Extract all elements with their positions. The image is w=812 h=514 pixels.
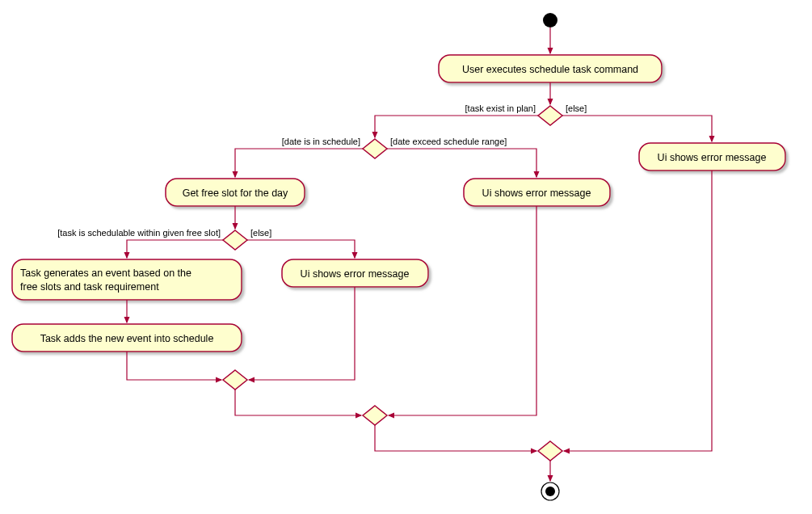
guard-else-2: [else]	[250, 228, 271, 238]
activity-execute-command-label: User executes schedule task command	[462, 64, 638, 75]
activity-generate-event	[12, 259, 242, 300]
merge-1	[223, 370, 247, 390]
decision-task-exist	[538, 106, 562, 125]
activity-error-2-label: Ui shows error message	[482, 187, 591, 199]
start-node	[543, 13, 557, 27]
activity-generate-event-label-l1: Task generates an event based on the	[20, 268, 191, 279]
activity-error-3-label: Ui shows error message	[658, 152, 767, 163]
guard-else-1: [else]	[566, 103, 587, 113]
merge-3	[538, 441, 562, 461]
decision-schedulable	[223, 230, 247, 250]
merge-2	[363, 406, 387, 425]
decision-date-in-schedule	[363, 139, 387, 158]
guard-date-exceed: [date exceed schedule range]	[390, 137, 507, 146]
guard-schedulable: [task is schedulable within given free s…	[57, 228, 221, 238]
activity-get-free-slot-label: Get free slot for the day	[183, 187, 288, 199]
activity-error-1-label: Ui shows error message	[301, 268, 410, 280]
activity-add-event-label: Task adds the new event into schedule	[40, 333, 214, 344]
activity-generate-event-label-l2: free slots and task requirement	[20, 281, 159, 293]
guard-task-exist: [task exist in plan]	[465, 103, 536, 113]
guard-date-in: [date is in schedule]	[282, 137, 360, 146]
end-node-inner	[545, 487, 555, 496]
